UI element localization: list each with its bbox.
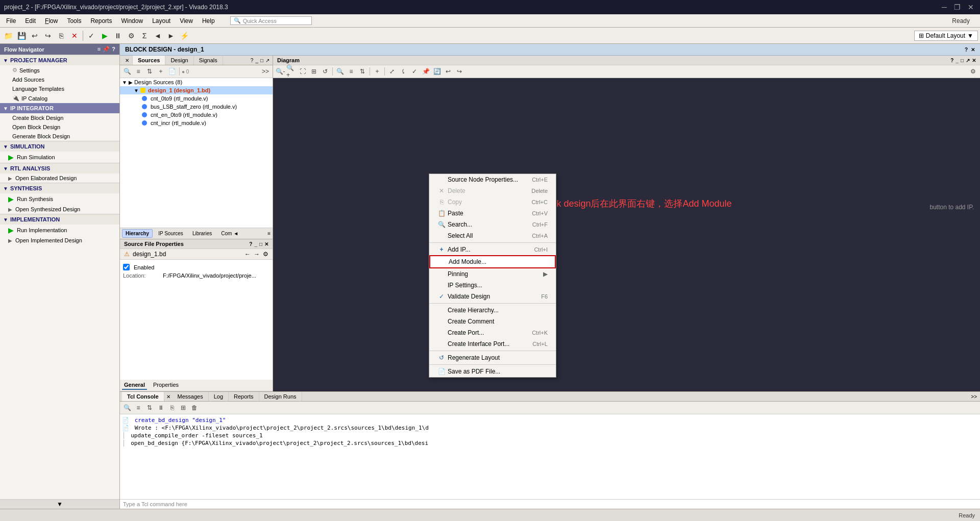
hier-tab-more[interactable]: ≡ <box>267 231 271 236</box>
tree-cnt-en[interactable]: cnt_en_0to9 (rtl_module.v) <box>120 111 273 119</box>
sources-add-btn[interactable]: + <box>156 66 166 77</box>
nav-language-templates[interactable]: Language Templates <box>0 84 119 93</box>
sources-maximize[interactable]: □ <box>259 57 264 64</box>
props-forward-btn[interactable]: → <box>254 251 260 258</box>
props-help[interactable]: ? <box>249 241 252 247</box>
bd-help-icon[interactable]: ? <box>965 47 968 53</box>
ctx-source-node-properties[interactable]: Source Node Properties... Ctrl+E <box>429 174 556 185</box>
tcl-collapse-btn[interactable]: ≡ <box>133 403 143 413</box>
menu-flow[interactable]: Flow <box>41 16 62 26</box>
settings-button[interactable]: ⚙ <box>125 30 137 42</box>
diag-undo[interactable]: ↩ <box>443 66 453 77</box>
ctx-ip-settings[interactable]: IP Settings... <box>429 280 556 291</box>
diagram-popout[interactable]: ↗ <box>966 58 970 63</box>
flow-nav-pin[interactable]: 📌 <box>103 46 110 53</box>
ctx-pinning[interactable]: Pinning ▶ <box>429 268 556 280</box>
nav-open-block-design[interactable]: Open Block Design <box>0 122 119 132</box>
sources-minimize[interactable]: _ <box>254 57 259 64</box>
ctx-add-module[interactable]: Add Module... <box>429 255 556 268</box>
tab-design[interactable]: Design <box>165 56 193 65</box>
props-enabled-checkbox[interactable] <box>123 264 130 270</box>
menu-window[interactable]: Window <box>117 16 147 26</box>
ctx-create-port[interactable]: Create Port... Ctrl+K <box>429 327 556 338</box>
ctx-create-comment[interactable]: Create Comment <box>429 316 556 327</box>
tcl-filter-btn[interactable]: ⇅ <box>144 403 155 413</box>
save-button[interactable]: 💾 <box>15 30 28 42</box>
diagram-help[interactable]: ? <box>950 58 953 63</box>
diag-fit[interactable]: ⛶ <box>298 66 308 77</box>
ctx-regenerate-layout[interactable]: ↺ Regenerate Layout <box>429 352 556 363</box>
menu-layout[interactable]: Layout <box>148 16 175 26</box>
tab-log[interactable]: Log <box>209 392 229 401</box>
diagram-body[interactable]: 创建block design后在此界面右键，选择Add Module butto… <box>273 78 980 391</box>
sources-search-btn[interactable]: 🔍 <box>122 66 132 77</box>
tcl-copy-btn[interactable]: ⎘ <box>167 403 177 413</box>
flow-nav-scroll-down[interactable]: ▼ <box>0 499 119 509</box>
section-synthesis[interactable]: ▼ SYNTHESIS <box>0 183 119 193</box>
section-project-manager[interactable]: ▼ PROJECT MANAGER <box>0 55 119 65</box>
section-ip-integrator[interactable]: ▼ IP INTEGRATOR <box>0 103 119 113</box>
tcl-more[interactable]: >> <box>970 393 978 401</box>
tab-reports[interactable]: Reports <box>229 392 259 401</box>
menu-view[interactable]: View <box>176 16 197 26</box>
diag-settings[interactable]: ⚙ <box>968 66 978 77</box>
nav-run-simulation[interactable]: ▶ Run Simulation <box>0 152 119 163</box>
nav-generate-block-design[interactable]: Generate Block Design <box>0 132 119 141</box>
sources-more-btn[interactable]: >> <box>260 66 271 77</box>
sources-close-tab[interactable]: ✕ <box>122 56 133 65</box>
diag-fit-sel[interactable]: ⊞ <box>309 66 319 77</box>
check-button[interactable]: ✓ <box>85 30 97 42</box>
tab-signals[interactable]: Signals <box>194 56 223 65</box>
hier-tab-ip-sources[interactable]: IP Sources <box>155 229 187 238</box>
diagram-maximize[interactable]: □ <box>961 58 964 63</box>
tree-design-sources[interactable]: ▼ ▶ Design Sources (8) <box>120 78 273 86</box>
sigma-button[interactable]: Σ <box>138 30 151 42</box>
ctx-search[interactable]: 🔍 Search... Ctrl+F <box>429 219 556 230</box>
nav-open-elaborated-design[interactable]: ▶ Open Elaborated Design <box>0 173 119 183</box>
hier-tab-libraries[interactable]: Libraries <box>189 229 215 238</box>
menu-help[interactable]: Help <box>198 16 219 26</box>
run-button[interactable]: ▶ <box>99 30 111 42</box>
props-settings-btn[interactable]: ⚙ <box>263 251 268 258</box>
diag-zoom-out[interactable]: 🔍- <box>275 66 285 77</box>
diag-validate[interactable]: ✓ <box>409 66 420 77</box>
diag-reload[interactable]: 🔄 <box>432 66 442 77</box>
quick-access-search[interactable]: 🔍 Quick Access <box>230 16 312 25</box>
sources-help[interactable]: ? <box>250 57 255 64</box>
tcl-input-row[interactable]: Type a Tcl command here <box>120 499 980 509</box>
nav-create-block-design[interactable]: Create Block Design <box>0 113 119 122</box>
tcl-grid-btn[interactable]: ⊞ <box>178 403 188 413</box>
section-rtl-analysis[interactable]: ▼ RTL ANALYSIS <box>0 163 119 173</box>
restore-button[interactable]: ❐ <box>952 3 963 11</box>
nav-run-synthesis[interactable]: ▶ Run Synthesis <box>0 193 119 205</box>
tree-cnt-0to9[interactable]: cnt_0to9 (rtl_module.v) <box>120 94 273 103</box>
flow-nav-collapse[interactable]: ≡ <box>97 46 101 53</box>
nav-ip-catalog[interactable]: 🔌 IP Catalog <box>0 93 119 103</box>
diag-search[interactable]: 🔍 <box>335 66 345 77</box>
ctx-create-hierarchy[interactable]: Create Hierarchy... <box>429 305 556 316</box>
bd-close-icon[interactable]: ✕ <box>971 47 975 53</box>
tcl-search-btn[interactable]: 🔍 <box>122 403 132 413</box>
tree-cnt-incr[interactable]: cnt_incr (rtl_module.v) <box>120 119 273 127</box>
flow-nav-help[interactable]: ? <box>112 46 115 53</box>
props-minimize[interactable]: _ <box>254 241 257 247</box>
nav-run-implementation[interactable]: ▶ Run Implementation <box>0 225 119 236</box>
copy-button[interactable]: ⎘ <box>55 30 67 42</box>
hier-tab-hierarchy[interactable]: Hierarchy <box>122 229 153 238</box>
right-arrow-button[interactable]: ► <box>165 30 177 42</box>
sources-popout[interactable]: ↗ <box>264 57 271 64</box>
new-project-button[interactable]: 📁 <box>2 30 14 42</box>
ctx-add-ip[interactable]: + Add IP... Ctrl+I <box>429 244 556 255</box>
diag-redo[interactable]: ↪ <box>454 66 464 77</box>
diag-filter[interactable]: ⇅ <box>357 66 368 77</box>
menu-reports[interactable]: Reports <box>86 16 116 26</box>
menu-edit[interactable]: Edit <box>21 16 40 26</box>
minimize-button[interactable]: ─ <box>940 3 949 11</box>
ctx-validate-design[interactable]: ✓ Validate Design F6 <box>429 291 556 302</box>
diag-refresh[interactable]: ↺ <box>320 66 330 77</box>
left-arrow-button[interactable]: ◄ <box>152 30 164 42</box>
ctx-save-as-pdf[interactable]: 📄 Save as PDF File... <box>429 366 556 377</box>
nav-add-sources[interactable]: Add Sources <box>0 75 119 84</box>
ctx-select-all[interactable]: Select All Ctrl+A <box>429 230 556 241</box>
section-simulation[interactable]: ▼ SIMULATION <box>0 141 119 152</box>
